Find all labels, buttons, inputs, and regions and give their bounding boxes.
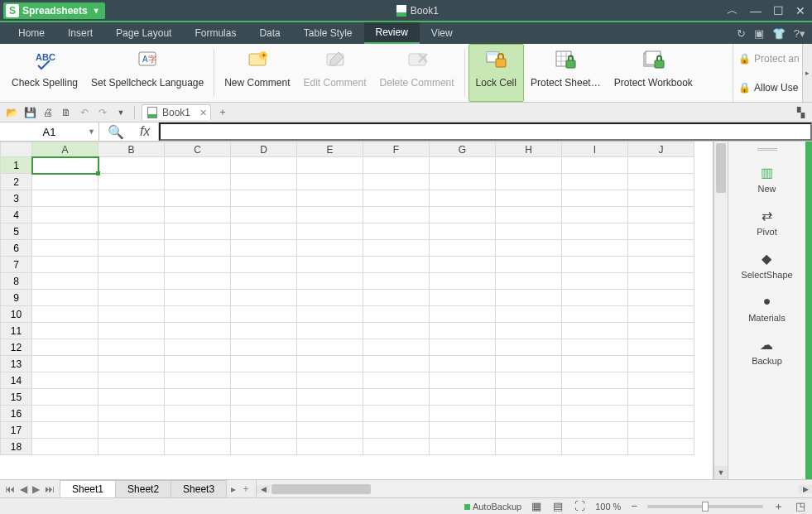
cell-E18[interactable] [297,439,363,455]
cell-H15[interactable] [496,389,562,406]
lock-cell-button[interactable]: Lock Cell [468,44,524,102]
cell-I2[interactable] [562,174,628,190]
row-header-2[interactable]: 2 [1,174,32,190]
cell-D2[interactable] [231,174,297,190]
undo-icon[interactable]: ↶ [78,106,91,119]
name-box[interactable]: A1 ▼ [0,122,99,141]
scroll-right-icon[interactable]: ▶ [799,485,812,493]
cell-A16[interactable] [32,406,98,422]
cell-B7[interactable] [98,257,165,273]
menubar-tool-0[interactable]: ↻ [737,27,746,40]
cell-H4[interactable] [496,207,562,223]
cell-E2[interactable] [297,174,363,190]
row-header-12[interactable]: 12 [1,339,32,356]
cell-H9[interactable] [496,290,562,306]
cell-J9[interactable] [628,290,694,306]
col-header-J[interactable]: J [628,142,694,157]
cell-D5[interactable] [231,223,297,240]
cell-E5[interactable] [297,223,363,240]
menu-home[interactable]: Home [7,22,56,44]
cell-A18[interactable] [32,439,98,455]
check-spelling-button[interactable]: ABCCheck Spelling [5,44,84,102]
redo-icon[interactable]: ↷ [96,106,109,119]
cell-E15[interactable] [297,389,363,406]
cell-D12[interactable] [231,339,297,356]
cell-F14[interactable] [363,372,430,389]
cell-G6[interactable] [430,240,496,257]
col-header-I[interactable]: I [562,142,628,157]
cell-J15[interactable] [628,389,694,406]
cell-A13[interactable] [32,356,98,372]
cell-B2[interactable] [98,174,165,190]
cell-D1[interactable] [231,157,297,174]
cell-H8[interactable] [496,273,562,290]
cell-H6[interactable] [496,240,562,257]
print-icon[interactable]: 🖨 [41,106,55,119]
cell-C14[interactable] [165,372,231,389]
cell-E10[interactable] [297,306,363,323]
cell-D15[interactable] [231,389,297,406]
cell-H3[interactable] [496,190,562,207]
add-sheet-button[interactable]: ＋ [241,482,251,496]
row-header-15[interactable]: 15 [1,389,32,406]
cell-I9[interactable] [562,290,628,306]
cell-J16[interactable] [628,406,694,422]
cell-C16[interactable] [165,406,231,422]
cell-J12[interactable] [628,339,694,356]
cell-D8[interactable] [231,273,297,290]
cell-A15[interactable] [32,389,98,406]
sheet-tab-sheet2[interactable]: Sheet2 [115,480,171,497]
view-page-icon[interactable]: ▤ [551,500,565,512]
cell-G5[interactable] [430,223,496,240]
row-header-1[interactable]: 1 [1,157,32,174]
cell-J6[interactable] [628,240,694,257]
cell-A14[interactable] [32,372,98,389]
cell-A1[interactable] [32,157,98,174]
cell-G8[interactable] [430,273,496,290]
col-header-C[interactable]: C [165,142,231,157]
cell-J17[interactable] [628,422,694,439]
row-header-5[interactable]: 5 [1,223,32,240]
taskpane-new-button[interactable]: ▥New [741,159,792,202]
collapse-task-pane-button[interactable] [805,142,812,479]
row-header-14[interactable]: 14 [1,372,32,389]
cell-C7[interactable] [165,257,231,273]
new-tab-button[interactable]: ＋ [216,106,229,119]
vertical-scrollbar[interactable]: ▼ [714,142,728,479]
allow-users-button[interactable]: 🔒Allow Use [733,73,812,102]
cell-D17[interactable] [231,422,297,439]
cell-C11[interactable] [165,323,231,339]
cell-C12[interactable] [165,339,231,356]
cell-H5[interactable] [496,223,562,240]
cell-G17[interactable] [430,422,496,439]
cell-I17[interactable] [562,422,628,439]
horizontal-scrollbar[interactable]: ◀ ▶ [256,480,812,497]
cell-C3[interactable] [165,190,231,207]
next-sheet-button[interactable]: ▶ [31,483,41,495]
cell-I5[interactable] [562,223,628,240]
cell-G14[interactable] [430,372,496,389]
cell-I8[interactable] [562,273,628,290]
cell-I14[interactable] [562,372,628,389]
cell-C10[interactable] [165,306,231,323]
col-header-B[interactable]: B [98,142,165,157]
cell-G15[interactable] [430,389,496,406]
cell-I15[interactable] [562,389,628,406]
cell-F3[interactable] [363,190,430,207]
cell-A6[interactable] [32,240,98,257]
menu-table-style[interactable]: Table Style [292,22,364,44]
cell-J18[interactable] [628,439,694,455]
cell-E3[interactable] [297,190,363,207]
menu-formulas[interactable]: Formulas [183,22,247,44]
cell-B15[interactable] [98,389,165,406]
cell-A12[interactable] [32,339,98,356]
cell-D10[interactable] [231,306,297,323]
app-menu-button[interactable]: S Spreadsheets ▼ [3,2,105,19]
cell-F2[interactable] [363,174,430,190]
cell-H12[interactable] [496,339,562,356]
cell-E8[interactable] [297,273,363,290]
scroll-left-icon[interactable]: ◀ [257,485,270,493]
cell-D16[interactable] [231,406,297,422]
protect-workbook-button[interactable]: Protect Workbook [608,44,699,102]
cell-D9[interactable] [231,290,297,306]
